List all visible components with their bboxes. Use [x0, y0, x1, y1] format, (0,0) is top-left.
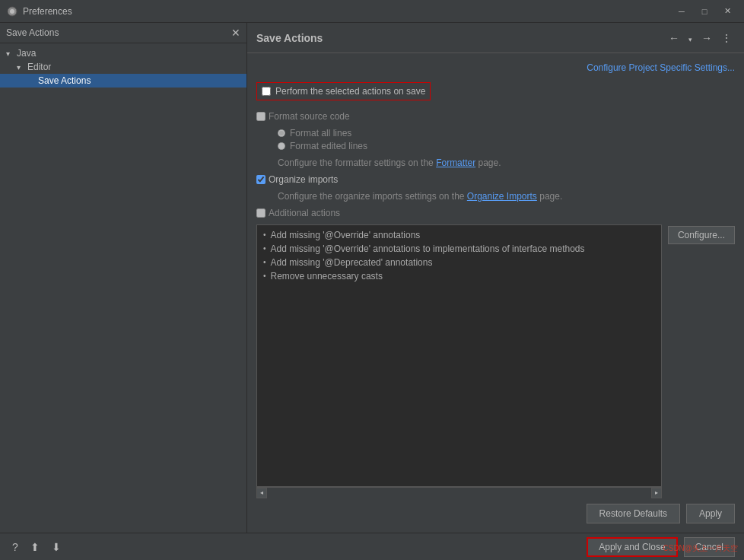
list-item-text: Add missing '@Override' annotations	[271, 230, 421, 240]
import-button[interactable]: ⬆	[27, 539, 43, 555]
right-panel-title: Save Actions	[256, 32, 323, 44]
content-area: Save Actions ✕ ▾ Java ▾ Editor Save Acti…	[0, 23, 744, 533]
sidebar-item-java[interactable]: ▾ Java	[0, 46, 246, 60]
formatter-link[interactable]: Formatter	[436, 158, 475, 168]
editor-label: Editor	[27, 62, 51, 72]
list-item-text: Add missing '@Deprecated' annotations	[271, 257, 433, 268]
bullet-icon: •	[263, 258, 266, 266]
additional-actions-checkbox[interactable]	[256, 208, 265, 218]
organize-imports-hint: Configure the organize imports settings …	[256, 191, 735, 202]
restore-defaults-button[interactable]: Restore Defaults	[587, 504, 680, 523]
svg-point-1	[10, 9, 14, 14]
bullet-icon: •	[263, 272, 266, 280]
window-controls: ─ □ ✕	[671, 4, 738, 19]
formatter-hint2: page.	[478, 158, 501, 168]
organize-imports-checkbox[interactable]	[256, 175, 265, 184]
project-settings-link[interactable]: Configure Project Specific Settings...	[587, 62, 735, 73]
format-all-lines-radio[interactable]	[278, 129, 285, 137]
format-edited-lines-radio[interactable]	[278, 142, 285, 150]
list-item[interactable]: • Add missing '@Deprecated' annotations	[257, 256, 661, 269]
right-panel-body: Configure Project Specific Settings... P…	[247, 53, 744, 533]
bullet-icon: •	[263, 244, 266, 253]
right-panel-header: Save Actions ← ▾ → ⋮	[247, 23, 744, 53]
main-action-checkbox-row: Perform the selected actions on save	[256, 82, 431, 100]
sidebar-header: Save Actions ✕	[0, 23, 246, 43]
additional-actions-label: Additional actions	[269, 208, 340, 218]
help-icon: ?	[12, 541, 18, 553]
formatter-hint-text: Configure the formatter settings on the	[278, 158, 434, 168]
title-bar: Preferences ─ □ ✕	[0, 0, 744, 23]
apply-button[interactable]: Apply	[686, 504, 735, 523]
horizontal-scrollbar[interactable]: ◂ ▸	[256, 487, 662, 498]
perform-actions-checkbox[interactable]	[262, 87, 271, 96]
list-item[interactable]: • Add missing '@Override' annotations	[257, 228, 661, 242]
organize-imports-label: Organize imports	[269, 174, 338, 185]
dropdown-button[interactable]: ▾	[685, 30, 695, 46]
more-icon: ⋮	[721, 32, 732, 44]
actions-list-box[interactable]: • Add missing '@Override' annotations • …	[256, 224, 662, 487]
apply-and-close-button[interactable]: Apply and Close	[587, 537, 677, 557]
scroll-left-button[interactable]: ◂	[256, 488, 267, 498]
forward-button[interactable]: →	[698, 30, 715, 46]
list-item-text: Add missing '@Override' annotations to i…	[271, 243, 585, 254]
formatter-hint: Configure the formatter settings on the …	[256, 158, 735, 168]
format-source-section: Format source code	[256, 111, 735, 122]
save-actions-label: Save Actions	[38, 75, 91, 86]
right-panel-toolbar: ← ▾ → ⋮	[666, 30, 735, 46]
list-item[interactable]: • Add missing '@Override' annotations to…	[257, 242, 661, 256]
close-button[interactable]: ✕	[717, 4, 738, 19]
dropdown-arrow-icon: ▾	[688, 36, 692, 43]
minimize-button[interactable]: ─	[671, 4, 692, 19]
format-source-checkbox[interactable]	[256, 112, 265, 121]
format-radio-group: Format all lines Format edited lines	[256, 128, 735, 151]
maximize-button[interactable]: □	[694, 4, 715, 19]
help-button[interactable]: ?	[9, 539, 21, 555]
format-all-lines-row: Format all lines	[278, 128, 735, 138]
footer: ? ⬆ ⬇ Apply and Close Cancel	[0, 533, 744, 560]
right-panel: Save Actions ← ▾ → ⋮	[247, 23, 744, 533]
sidebar: Save Actions ✕ ▾ Java ▾ Editor Save Acti…	[0, 23, 247, 533]
java-label: Java	[17, 48, 36, 59]
more-options-button[interactable]: ⋮	[718, 30, 735, 46]
window-title: Preferences	[23, 6, 671, 17]
additional-actions-row: Additional actions	[256, 208, 735, 218]
bullet-icon: •	[263, 231, 266, 239]
format-source-label: Format source code	[269, 111, 350, 122]
back-button[interactable]: ←	[666, 30, 682, 46]
main-layout: Save Actions ✕ ▾ Java ▾ Editor Save Acti…	[0, 23, 744, 560]
editor-arrow: ▾	[17, 63, 24, 72]
sidebar-title: Save Actions	[6, 27, 59, 38]
list-item-text: Remove unnecessary casts	[271, 271, 383, 282]
import-icon: ⬆	[30, 541, 40, 553]
scroll-track[interactable]	[267, 488, 651, 498]
perform-actions-label: Perform the selected actions on save	[275, 86, 425, 97]
footer-right: Apply and Close Cancel	[587, 537, 735, 557]
forward-icon: →	[701, 32, 712, 44]
back-icon: ←	[669, 32, 679, 44]
organize-imports-row: Organize imports	[256, 174, 735, 185]
footer-left: ? ⬆ ⬇	[9, 539, 64, 555]
organize-hint-text2: page.	[539, 191, 562, 202]
organize-imports-link[interactable]: Organize Imports	[467, 191, 537, 202]
app-icon	[6, 5, 18, 18]
configure-button[interactable]: Configure...	[668, 226, 735, 244]
format-all-lines-label: Format all lines	[290, 128, 351, 138]
sidebar-item-editor[interactable]: ▾ Editor	[0, 60, 246, 74]
list-box-container: • Add missing '@Override' annotations • …	[256, 224, 735, 498]
export-button[interactable]: ⬇	[49, 539, 64, 555]
sidebar-close-button[interactable]: ✕	[231, 27, 240, 38]
sidebar-item-save-actions[interactable]: Save Actions	[0, 74, 246, 88]
list-item[interactable]: • Remove unnecessary casts	[257, 269, 661, 283]
sidebar-tree: ▾ Java ▾ Editor Save Actions	[0, 43, 246, 533]
action-buttons-row: Restore Defaults Apply	[256, 504, 735, 523]
format-edited-lines-label: Format edited lines	[290, 141, 367, 151]
cancel-button[interactable]: Cancel	[684, 537, 735, 557]
scroll-right-button[interactable]: ▸	[651, 488, 662, 498]
export-icon: ⬇	[52, 541, 61, 553]
organize-hint-text1: Configure the organize imports settings …	[278, 191, 464, 202]
format-edited-lines-row: Format edited lines	[278, 141, 735, 151]
java-arrow: ▾	[6, 49, 14, 58]
